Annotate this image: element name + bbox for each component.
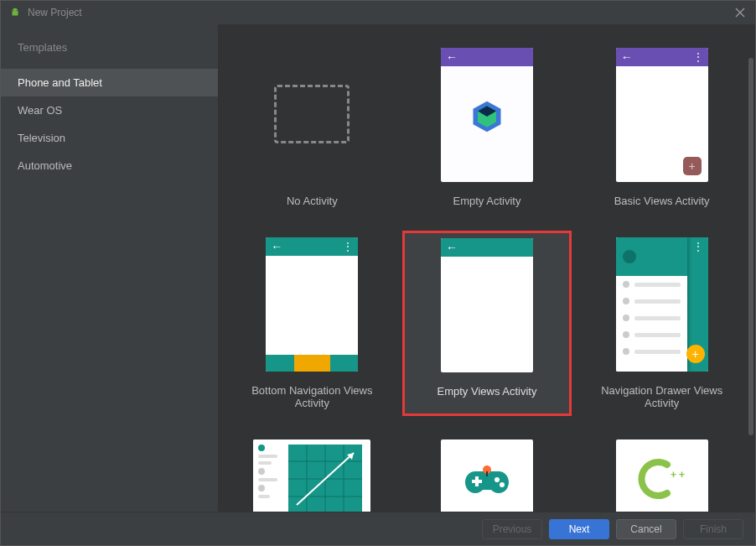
template-bottom-navigation-views-activity[interactable]: ← ⋮ Bottom Navigation Views Activity [227,231,397,416]
preview-nav-drawer: + ⋮ [616,237,708,372]
template-game-activity[interactable] [402,433,572,512]
svg-text:+: + [671,469,676,481]
titlebar: New Project [1,1,755,24]
preview-empty-views: ← [441,238,533,372]
template-native-cpp[interactable]: + + [577,433,747,512]
template-empty-activity[interactable]: ← Empty Activity [402,41,572,214]
template-gallery: No Activity ← [219,24,755,512]
back-arrow-icon: ← [271,240,282,253]
appbar: ← ⋮ [616,48,708,66]
android-icon [9,7,21,18]
svg-rect-16 [486,471,488,476]
window-title: New Project [28,7,82,18]
preview-responsive [253,439,370,512]
template-responsive-views-activity[interactable] [227,433,397,512]
template-label: Empty Views Activity [438,385,537,398]
sidebar-item-television[interactable]: Television [1,124,218,152]
close-icon[interactable] [733,6,747,19]
sidebar-item-wear-os[interactable]: Wear OS [1,96,218,124]
fab-add-icon: + [683,157,702,175]
preview-bottom-nav: ← ⋮ [266,237,358,372]
grid-chart-icon [288,445,362,512]
template-label: No Activity [287,195,338,207]
footer: Previous Next Cancel Finish [1,512,755,545]
previous-button: Previous [482,519,542,539]
template-label: Basic Views Activity [614,195,710,207]
svg-rect-14 [475,476,479,486]
kebab-icon: ⋮ [343,245,353,248]
sidebar-header: Templates [1,33,218,69]
preview-no-activity [266,48,358,182]
template-no-activity[interactable]: No Activity [227,41,397,214]
appbar: ← [441,48,533,66]
drawer [616,237,687,372]
gamepad-icon [463,463,510,499]
appbar: ← ⋮ [266,237,358,256]
kebab-icon: ⋮ [693,55,703,59]
svg-point-12 [500,482,505,487]
template-grid: No Activity ← [227,41,747,512]
new-project-window: New Project Templates Phone and Tablet W… [0,0,756,546]
next-button[interactable]: Next [549,519,609,539]
template-label: Empty Activity [453,195,521,207]
cancel-button[interactable]: Cancel [616,519,676,539]
sidebar-item-automotive[interactable]: Automotive [1,152,218,179]
preview-basic-views: ← ⋮ + [616,48,708,182]
back-arrow-icon: ← [446,50,458,64]
template-label: Navigation Drawer Views Activity [583,384,740,409]
preview-empty-activity: ← [441,48,533,182]
preview-native-cpp: + + [616,439,708,512]
fab-icon: + [686,345,705,363]
preview-game [441,439,533,512]
body: Templates Phone and Tablet Wear OS Telev… [1,24,755,512]
appbar: ← [441,238,533,257]
dashed-rectangle-icon [274,85,350,143]
back-arrow-icon: ← [621,50,633,64]
template-label: Bottom Navigation Views Activity [234,384,391,409]
kebab-icon: ⋮ [693,241,703,252]
back-arrow-icon: ← [446,241,458,254]
svg-text:+: + [679,469,685,481]
template-basic-views-activity[interactable]: ← ⋮ + Basic Views Activity [577,41,747,214]
template-navigation-drawer-views-activity[interactable]: + ⋮ Navigation Drawer Views Activity [577,231,747,416]
sidebar-item-phone-tablet[interactable]: Phone and Tablet [1,69,218,96]
jetpack-compose-icon [469,98,505,138]
scrollbar[interactable] [748,58,753,435]
template-empty-views-activity[interactable]: ← Empty Views Activity [402,231,572,416]
cpp-icon: + + [635,458,689,502]
sidebar: Templates Phone and Tablet Wear OS Telev… [1,24,219,512]
bottom-nav-bar [266,355,358,372]
svg-point-11 [495,477,500,482]
finish-button: Finish [683,519,743,539]
